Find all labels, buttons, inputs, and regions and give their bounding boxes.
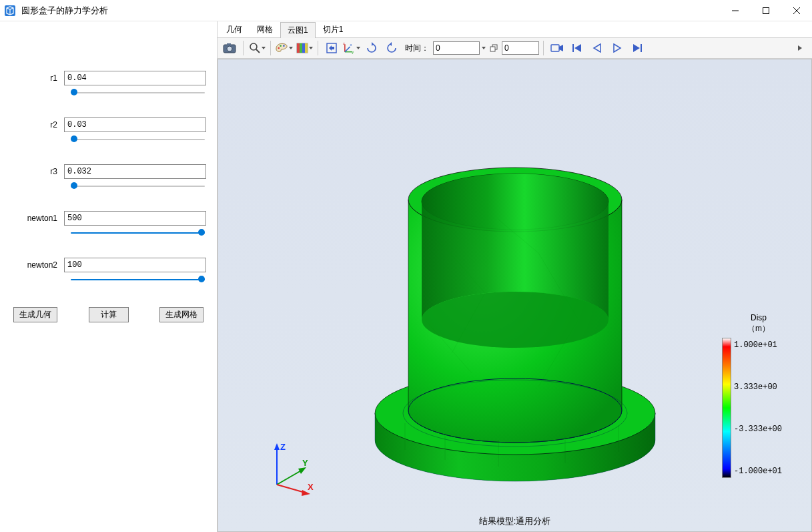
svg-line-9 <box>256 49 260 53</box>
svg-rect-16 <box>302 43 305 53</box>
svg-rect-28 <box>572 44 574 52</box>
svg-text:y: y <box>352 50 354 54</box>
tab-contour[interactable]: 云图1 <box>280 22 316 38</box>
next-frame-button[interactable] <box>628 39 647 57</box>
svg-text:X: X <box>308 482 314 492</box>
param-label-r2: r2 <box>11 120 64 129</box>
param-input-newton1[interactable] <box>64 211 206 226</box>
palette-button[interactable] <box>275 39 294 57</box>
param-slider-r2[interactable] <box>71 135 205 144</box>
time-input[interactable] <box>433 41 480 55</box>
svg-point-12 <box>283 45 285 47</box>
prev-frame-button[interactable] <box>588 39 606 57</box>
model-render <box>365 119 665 493</box>
svg-point-10 <box>278 47 280 49</box>
param-label-newton2: newton2 <box>11 260 64 270</box>
svg-point-11 <box>280 45 282 47</box>
rotate-ccw-button[interactable] <box>382 39 401 57</box>
svg-line-52 <box>277 485 305 493</box>
param-label-r1: r1 <box>11 73 64 83</box>
legend-tick: 3.333e+00 <box>734 382 777 392</box>
svg-point-36 <box>422 292 608 348</box>
compute-button[interactable]: 计算 <box>89 307 129 322</box>
color-legend: Disp （m） 1.000e+013.333e+00-3.333e+00-1.… <box>722 313 795 478</box>
time-label: 时间： <box>402 43 432 54</box>
generate-mesh-button[interactable]: 生成网格 <box>159 307 204 322</box>
tab-geometry[interactable]: 几何 <box>219 21 250 37</box>
viewport-caption: 结果模型:通用分析 <box>218 515 811 527</box>
param-slider-r3[interactable] <box>71 182 205 191</box>
toolbar: z y x 时间： <box>218 37 812 59</box>
overflow-button[interactable] <box>791 39 809 57</box>
zoom-button[interactable] <box>248 39 266 57</box>
colormap-button[interactable] <box>295 39 314 57</box>
svg-rect-27 <box>551 45 559 51</box>
legend-title: Disp <box>751 313 767 322</box>
svg-rect-15 <box>300 43 302 53</box>
svg-point-8 <box>250 43 257 50</box>
fit-view-button[interactable] <box>322 39 341 57</box>
close-button[interactable] <box>781 0 812 21</box>
svg-point-7 <box>227 46 232 51</box>
axis-orient-button[interactable]: z y x <box>342 39 361 57</box>
param-label-r3: r3 <box>11 167 64 176</box>
param-input-r3[interactable] <box>64 164 206 179</box>
param-slider-newton1[interactable] <box>71 228 205 238</box>
legend-tick: -3.333e+00 <box>734 425 782 434</box>
first-frame-button[interactable] <box>568 39 586 57</box>
viewport-3d[interactable]: Z Y X 结果模型:通用分析 Disp （m） 1.000e+013.333e… <box>218 59 812 532</box>
param-label-newton1: newton1 <box>11 214 64 223</box>
svg-line-21 <box>345 47 350 52</box>
play-button[interactable] <box>608 39 627 57</box>
svg-rect-6 <box>227 43 231 45</box>
param-slider-r1[interactable] <box>71 88 205 97</box>
legend-tick: 1.000e+01 <box>734 340 777 350</box>
svg-text:x: x <box>350 43 352 47</box>
window-title: 圆形盒子的静力学分析 <box>21 5 108 17</box>
legend-colorbar <box>722 338 731 478</box>
param-input-newton2[interactable] <box>64 258 206 272</box>
time-dropdown-icon[interactable] <box>482 47 486 49</box>
rotate-cw-button[interactable] <box>362 39 381 57</box>
svg-rect-2 <box>763 7 769 13</box>
svg-rect-29 <box>641 44 642 52</box>
svg-text:Y: Y <box>302 458 308 468</box>
param-input-r2[interactable] <box>64 117 206 132</box>
svg-rect-26 <box>490 47 495 51</box>
legend-unit: （m） <box>747 324 770 333</box>
svg-line-50 <box>277 470 302 485</box>
tab-mesh[interactable]: 网格 <box>250 21 280 37</box>
sidebar: r1 r2 r3 newton1 <box>0 21 217 532</box>
time-stop-button[interactable] <box>487 39 500 57</box>
screenshot-button[interactable] <box>220 39 239 57</box>
app-icon <box>4 5 16 17</box>
svg-text:z: z <box>343 42 345 45</box>
svg-rect-14 <box>297 43 300 53</box>
generate-geometry-button[interactable]: 生成几何 <box>13 307 57 322</box>
right-panel: 几何 网格 云图1 切片1 <box>217 21 812 532</box>
svg-text:Z: Z <box>280 442 286 452</box>
legend-tick: -1.000e+01 <box>734 467 782 476</box>
minimize-button[interactable] <box>720 0 751 21</box>
tab-bar: 几何 网格 云图1 切片1 <box>218 21 812 37</box>
param-slider-newton2[interactable] <box>71 275 205 284</box>
maximize-button[interactable] <box>751 0 781 21</box>
param-input-r1[interactable] <box>64 71 206 85</box>
titlebar: 圆形盒子的静力学分析 <box>0 0 812 21</box>
tab-slice[interactable]: 切片1 <box>316 21 351 37</box>
time-secondary-input[interactable] <box>502 41 539 55</box>
svg-rect-17 <box>305 43 308 53</box>
record-button[interactable] <box>548 39 566 57</box>
axis-gizmo: Z Y X <box>264 438 324 498</box>
